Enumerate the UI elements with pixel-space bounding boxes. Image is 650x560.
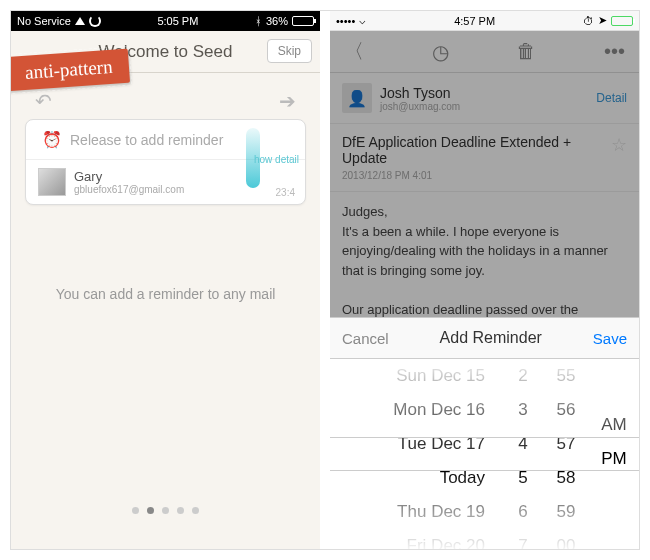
page-indicator[interactable] bbox=[11, 507, 320, 514]
picker-ampm-column[interactable]: AMPM bbox=[589, 359, 639, 549]
anti-pattern-ribbon: anti-pattern bbox=[11, 49, 130, 92]
sheet-title: Add Reminder bbox=[440, 329, 542, 347]
clock: 5:05 PM bbox=[101, 15, 255, 27]
card-timestamp: 23:4 bbox=[276, 187, 295, 198]
wifi-icon: ⌵ bbox=[359, 14, 366, 27]
picker-minute-column[interactable]: 55565758590001 bbox=[543, 359, 589, 549]
dot-active bbox=[147, 507, 154, 514]
mail-card[interactable]: ⏰ Release to add reminder Gary gbluefox6… bbox=[25, 119, 306, 205]
wifi-icon bbox=[75, 17, 85, 25]
alarm-clock-icon: ⏰ bbox=[42, 130, 62, 149]
dot bbox=[177, 507, 184, 514]
picker-date-column[interactable]: Sun Dec 15Mon Dec 16Tue Dec 17TodayThu D… bbox=[330, 359, 503, 549]
add-reminder-sheet: Cancel Add Reminder Save Sun Dec 15Mon D… bbox=[330, 317, 639, 549]
battery-pct: 36% bbox=[266, 15, 288, 27]
sender-name: Gary bbox=[74, 169, 184, 184]
dot bbox=[132, 507, 139, 514]
dot bbox=[192, 507, 199, 514]
alarm-icon: ⏱ bbox=[583, 15, 594, 27]
save-button[interactable]: Save bbox=[593, 330, 627, 347]
dot bbox=[162, 507, 169, 514]
status-bar: ••••• ⌵ 4:57 PM ⏱ ➤ bbox=[330, 11, 639, 31]
forward-icon[interactable]: ➔ bbox=[279, 89, 296, 113]
battery-icon bbox=[611, 16, 633, 26]
onboarding-hint: You can add a reminder to any mail bbox=[25, 285, 306, 305]
release-hint: Release to add reminder bbox=[70, 132, 223, 148]
loading-spinner-icon bbox=[89, 15, 101, 27]
datetime-picker[interactable]: Sun Dec 15Mon Dec 16Tue Dec 17TodayThu D… bbox=[330, 359, 639, 549]
status-bar: No Service 5:05 PM ᚼ 36% bbox=[11, 11, 320, 31]
cancel-button[interactable]: Cancel bbox=[342, 330, 389, 347]
undo-icon[interactable]: ↶ bbox=[35, 89, 52, 113]
signal-dots: ••••• bbox=[336, 15, 355, 27]
show-detail-link[interactable]: how detail bbox=[254, 154, 299, 165]
left-screenshot: No Service 5:05 PM ᚼ 36% Welcome to Seed… bbox=[11, 11, 320, 549]
skip-button[interactable]: Skip bbox=[267, 39, 312, 63]
carrier-label: No Service bbox=[17, 15, 71, 27]
picker-hour-column[interactable]: 2345678 bbox=[503, 359, 543, 549]
clock: 4:57 PM bbox=[366, 15, 583, 27]
sender-email: gbluefox617@gmail.com bbox=[74, 184, 184, 195]
location-icon: ➤ bbox=[598, 14, 607, 27]
bluetooth-icon: ᚼ bbox=[255, 15, 262, 27]
sender-avatar bbox=[38, 168, 66, 196]
right-screenshot: ••••• ⌵ 4:57 PM ⏱ ➤ 〈 ◷ 🗑 ••• 👤 Josh Tys… bbox=[330, 11, 639, 549]
battery-icon bbox=[292, 16, 314, 26]
